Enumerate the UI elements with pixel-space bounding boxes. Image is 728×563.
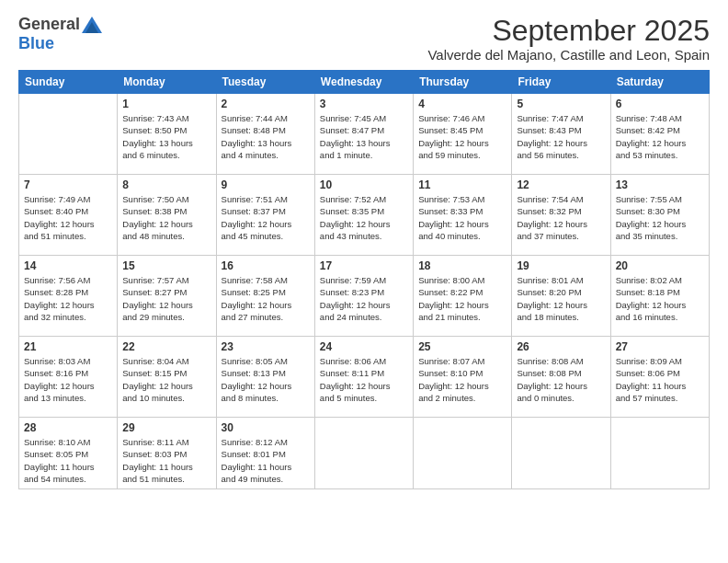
calendar-cell: 2Sunrise: 7:44 AM Sunset: 8:48 PM Daylig… xyxy=(216,94,314,175)
calendar-cell: 1Sunrise: 7:43 AM Sunset: 8:50 PM Daylig… xyxy=(118,94,216,175)
calendar-cell: 23Sunrise: 8:05 AM Sunset: 8:13 PM Dayli… xyxy=(216,337,314,418)
day-number: 1 xyxy=(122,98,210,110)
day-info: Sunrise: 7:51 AM Sunset: 8:37 PM Dayligh… xyxy=(222,193,310,242)
day-info: Sunrise: 8:02 AM Sunset: 8:18 PM Dayligh… xyxy=(616,274,704,323)
col-monday: Monday xyxy=(118,71,216,94)
calendar-cell: 7Sunrise: 7:49 AM Sunset: 8:40 PM Daylig… xyxy=(19,175,118,256)
day-info: Sunrise: 7:54 AM Sunset: 8:32 PM Dayligh… xyxy=(517,193,605,242)
col-tuesday: Tuesday xyxy=(216,71,314,94)
calendar-cell: 30Sunrise: 8:12 AM Sunset: 8:01 PM Dayli… xyxy=(216,418,314,489)
day-number: 2 xyxy=(222,98,310,110)
calendar-cell: 12Sunrise: 7:54 AM Sunset: 8:32 PM Dayli… xyxy=(512,175,610,256)
day-info: Sunrise: 8:04 AM Sunset: 8:15 PM Dayligh… xyxy=(122,355,210,404)
day-info: Sunrise: 7:48 AM Sunset: 8:42 PM Dayligh… xyxy=(616,112,704,161)
day-info: Sunrise: 8:11 AM Sunset: 8:03 PM Dayligh… xyxy=(122,436,210,485)
calendar-cell: 3Sunrise: 7:45 AM Sunset: 8:47 PM Daylig… xyxy=(314,94,413,175)
day-number: 30 xyxy=(222,421,310,434)
logo-blue-text: Blue xyxy=(18,34,54,52)
title-section: September 2025 Valverde del Majano, Cast… xyxy=(427,15,710,63)
day-number: 21 xyxy=(24,340,112,353)
calendar-cell: 26Sunrise: 8:08 AM Sunset: 8:08 PM Dayli… xyxy=(512,337,610,418)
day-number: 23 xyxy=(222,340,310,353)
day-info: Sunrise: 7:57 AM Sunset: 8:27 PM Dayligh… xyxy=(122,274,210,323)
day-number: 26 xyxy=(517,340,605,353)
location-title: Valverde del Majano, Castille and Leon, … xyxy=(427,47,710,63)
day-number: 27 xyxy=(616,340,704,353)
calendar-cell: 19Sunrise: 8:01 AM Sunset: 8:20 PM Dayli… xyxy=(512,256,610,337)
day-number: 9 xyxy=(222,178,310,191)
day-info: Sunrise: 8:10 AM Sunset: 8:05 PM Dayligh… xyxy=(24,436,112,485)
day-number: 13 xyxy=(616,178,704,191)
calendar-cell: 20Sunrise: 8:02 AM Sunset: 8:18 PM Dayli… xyxy=(610,256,709,337)
day-number: 19 xyxy=(517,259,605,272)
day-info: Sunrise: 8:05 AM Sunset: 8:13 PM Dayligh… xyxy=(222,355,310,404)
day-number: 18 xyxy=(418,259,506,272)
calendar-cell: 11Sunrise: 7:53 AM Sunset: 8:33 PM Dayli… xyxy=(414,175,512,256)
calendar-cell: 6Sunrise: 7:48 AM Sunset: 8:42 PM Daylig… xyxy=(610,94,709,175)
logo: General Blue xyxy=(18,15,102,53)
calendar-cell: 8Sunrise: 7:50 AM Sunset: 8:38 PM Daylig… xyxy=(118,175,216,256)
calendar-week-row: 1Sunrise: 7:43 AM Sunset: 8:50 PM Daylig… xyxy=(19,94,710,175)
calendar-cell: 17Sunrise: 7:59 AM Sunset: 8:23 PM Dayli… xyxy=(314,256,413,337)
col-friday: Friday xyxy=(512,71,610,94)
day-number: 25 xyxy=(418,340,506,353)
day-info: Sunrise: 8:01 AM Sunset: 8:20 PM Dayligh… xyxy=(517,274,605,323)
day-info: Sunrise: 7:49 AM Sunset: 8:40 PM Dayligh… xyxy=(24,193,112,242)
day-number: 6 xyxy=(616,98,704,110)
calendar-cell: 16Sunrise: 7:58 AM Sunset: 8:25 PM Dayli… xyxy=(216,256,314,337)
day-number: 4 xyxy=(418,98,506,110)
calendar-cell: 28Sunrise: 8:10 AM Sunset: 8:05 PM Dayli… xyxy=(19,418,118,489)
calendar-cell: 14Sunrise: 7:56 AM Sunset: 8:28 PM Dayli… xyxy=(19,256,118,337)
calendar-cell: 15Sunrise: 7:57 AM Sunset: 8:27 PM Dayli… xyxy=(118,256,216,337)
calendar-table: Sunday Monday Tuesday Wednesday Thursday… xyxy=(18,70,710,489)
day-info: Sunrise: 7:44 AM Sunset: 8:48 PM Dayligh… xyxy=(222,112,310,161)
calendar-cell xyxy=(19,94,118,175)
day-info: Sunrise: 7:47 AM Sunset: 8:43 PM Dayligh… xyxy=(517,112,605,161)
day-number: 10 xyxy=(320,178,408,191)
calendar-cell: 25Sunrise: 8:07 AM Sunset: 8:10 PM Dayli… xyxy=(414,337,512,418)
day-info: Sunrise: 7:43 AM Sunset: 8:50 PM Dayligh… xyxy=(122,112,210,161)
day-info: Sunrise: 7:52 AM Sunset: 8:35 PM Dayligh… xyxy=(320,193,408,242)
day-info: Sunrise: 8:06 AM Sunset: 8:11 PM Dayligh… xyxy=(320,355,408,404)
day-number: 15 xyxy=(122,259,210,272)
calendar-cell: 29Sunrise: 8:11 AM Sunset: 8:03 PM Dayli… xyxy=(118,418,216,489)
day-number: 14 xyxy=(24,259,112,272)
col-sunday: Sunday xyxy=(19,71,118,94)
day-number: 22 xyxy=(122,340,210,353)
day-number: 8 xyxy=(122,178,210,191)
calendar-week-row: 21Sunrise: 8:03 AM Sunset: 8:16 PM Dayli… xyxy=(19,337,710,418)
day-info: Sunrise: 8:07 AM Sunset: 8:10 PM Dayligh… xyxy=(418,355,506,404)
calendar-cell: 27Sunrise: 8:09 AM Sunset: 8:06 PM Dayli… xyxy=(610,337,709,418)
day-info: Sunrise: 8:09 AM Sunset: 8:06 PM Dayligh… xyxy=(616,355,704,404)
day-info: Sunrise: 7:50 AM Sunset: 8:38 PM Dayligh… xyxy=(122,193,210,242)
day-number: 28 xyxy=(24,421,112,434)
day-info: Sunrise: 7:55 AM Sunset: 8:30 PM Dayligh… xyxy=(616,193,704,242)
day-number: 5 xyxy=(517,98,605,110)
calendar-week-row: 7Sunrise: 7:49 AM Sunset: 8:40 PM Daylig… xyxy=(19,175,710,256)
calendar-cell xyxy=(414,418,512,489)
logo-general-text: General xyxy=(18,15,80,34)
day-number: 3 xyxy=(320,98,408,110)
day-number: 29 xyxy=(122,421,210,434)
day-number: 17 xyxy=(320,259,408,272)
calendar-cell: 21Sunrise: 8:03 AM Sunset: 8:16 PM Dayli… xyxy=(19,337,118,418)
calendar-week-row: 28Sunrise: 8:10 AM Sunset: 8:05 PM Dayli… xyxy=(19,418,710,489)
day-info: Sunrise: 7:59 AM Sunset: 8:23 PM Dayligh… xyxy=(320,274,408,323)
calendar-cell xyxy=(610,418,709,489)
calendar-cell: 10Sunrise: 7:52 AM Sunset: 8:35 PM Dayli… xyxy=(314,175,413,256)
day-info: Sunrise: 8:00 AM Sunset: 8:22 PM Dayligh… xyxy=(418,274,506,323)
day-number: 20 xyxy=(616,259,704,272)
day-info: Sunrise: 8:12 AM Sunset: 8:01 PM Dayligh… xyxy=(222,436,310,485)
calendar-cell: 24Sunrise: 8:06 AM Sunset: 8:11 PM Dayli… xyxy=(314,337,413,418)
day-info: Sunrise: 8:03 AM Sunset: 8:16 PM Dayligh… xyxy=(24,355,112,404)
day-info: Sunrise: 7:53 AM Sunset: 8:33 PM Dayligh… xyxy=(418,193,506,242)
day-info: Sunrise: 7:45 AM Sunset: 8:47 PM Dayligh… xyxy=(320,112,408,161)
calendar-cell: 9Sunrise: 7:51 AM Sunset: 8:37 PM Daylig… xyxy=(216,175,314,256)
calendar-cell: 4Sunrise: 7:46 AM Sunset: 8:45 PM Daylig… xyxy=(414,94,512,175)
calendar-cell: 5Sunrise: 7:47 AM Sunset: 8:43 PM Daylig… xyxy=(512,94,610,175)
month-title: September 2025 xyxy=(427,15,710,47)
logo-icon xyxy=(82,17,102,33)
calendar-cell: 13Sunrise: 7:55 AM Sunset: 8:30 PM Dayli… xyxy=(610,175,709,256)
day-number: 12 xyxy=(517,178,605,191)
calendar-week-row: 14Sunrise: 7:56 AM Sunset: 8:28 PM Dayli… xyxy=(19,256,710,337)
